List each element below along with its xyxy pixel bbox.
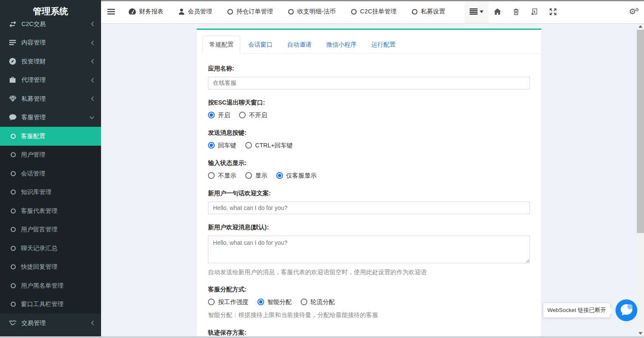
- field-label: 输入状态显示:: [208, 159, 530, 167]
- gem-icon: [8, 96, 17, 102]
- sidebar-item-quick-reply[interactable]: 快捷回复管理: [0, 258, 101, 277]
- radio-icon[interactable]: [208, 112, 215, 118]
- user-icon: [179, 8, 184, 15]
- home-button[interactable]: [488, 0, 507, 23]
- sidebar-item-agent-rep-mgmt[interactable]: 客服代表管理: [0, 202, 101, 220]
- app-name-input[interactable]: [208, 77, 530, 89]
- radio-icon[interactable]: [276, 172, 283, 179]
- trash-button[interactable]: [507, 0, 525, 23]
- circle-icon: [412, 9, 418, 15]
- cache-refresh-icon: [531, 8, 538, 15]
- dashboard-icon: [129, 8, 136, 15]
- circle-icon: [10, 246, 16, 251]
- nav-income-detail-fiat[interactable]: 收支明细-法币: [288, 8, 336, 16]
- scroll-down-icon[interactable]: [637, 330, 644, 336]
- radio-option-smart[interactable]: 智能分配: [257, 298, 292, 306]
- sidebar-item-toolbar-mgmt[interactable]: 窗口工具栏管理: [0, 295, 101, 314]
- radio-option-enable[interactable]: 开启: [208, 111, 230, 119]
- sidebar-item-user-message-mgmt[interactable]: 用户留言管理: [0, 220, 101, 239]
- config-tabs: 常规配置 会话窗口 自动邀请 微信小程序 运行配置: [203, 36, 541, 54]
- window-top-edge: [101, 0, 644, 1]
- welcome-line-input[interactable]: [208, 202, 530, 214]
- radio-icon[interactable]: [301, 299, 307, 305]
- sidebar-item-service-config[interactable]: 客服配置: [0, 127, 101, 146]
- scrollbar[interactable]: [637, 24, 644, 336]
- nav-finance-report[interactable]: 财务报表: [129, 8, 164, 16]
- field-typing-display: 输入状态显示: 不显示 显示 仅客服显示: [208, 159, 530, 180]
- nav-private-fund-settings[interactable]: 私募设置: [412, 8, 445, 16]
- tab-wechat-miniprogram[interactable]: 微信小程序: [319, 36, 364, 54]
- circle-icon: [10, 189, 16, 195]
- top-navbar: 财务报表 会员管理 持仓订单管理 收支明细-法币 C2C挂单管理: [101, 0, 644, 24]
- field-label: 发送消息按键:: [208, 129, 530, 137]
- tab-run-config[interactable]: 运行配置: [365, 36, 402, 54]
- comment-icon: [8, 114, 17, 121]
- tab-general-config[interactable]: 常规配置: [203, 36, 240, 54]
- sidebar-item-blacklist[interactable]: 用户黑名单管理: [0, 276, 101, 295]
- welcome-msg-textarea[interactable]: Hello, what can I do for you?: [208, 236, 530, 263]
- radio-option-by-workload[interactable]: 按工作强度: [208, 298, 249, 306]
- sidebar-item-label: 交易管理: [21, 319, 46, 327]
- chevron-left-icon: [91, 96, 94, 101]
- trash-icon: [513, 8, 519, 15]
- radio-option-ctrl-enter[interactable]: CTRL+回车键: [245, 141, 293, 149]
- sidebar-item-knowledge-mgmt[interactable]: 知识库管理: [0, 183, 101, 202]
- radio-option-label: 回车键: [218, 141, 236, 149]
- radio-option-label: 开启: [218, 111, 230, 119]
- content-lines-icon: [8, 40, 17, 46]
- chat-widget-button[interactable]: [615, 299, 637, 321]
- sidebar-item-label: 用户黑名单管理: [21, 282, 64, 290]
- fullscreen-button[interactable]: [544, 0, 562, 23]
- sidebar-toggle-icon[interactable]: [107, 9, 115, 15]
- tab-auto-invite[interactable]: 自动邀请: [280, 36, 318, 54]
- scrollbar-thumb[interactable]: [637, 30, 644, 233]
- sidebar-item-chat-log[interactable]: 聊天记录汇总: [0, 239, 101, 258]
- settings-gears-icon[interactable]: ⚙⚙: [629, 8, 639, 16]
- sidebar-item-service-mgmt[interactable]: 客服管理: [0, 108, 101, 127]
- sidebar-item-session-mgmt[interactable]: 会话管理: [0, 164, 101, 183]
- clear-cache-button[interactable]: [525, 0, 544, 23]
- chat-bubble-icon: [615, 299, 637, 321]
- radio-icon[interactable]: [245, 172, 252, 179]
- sidebar-item-label: 代理管理: [21, 76, 46, 84]
- sidebar-item-invest[interactable]: 投资理财: [0, 52, 101, 71]
- radio-icon[interactable]: [257, 299, 264, 305]
- scroll-up-icon[interactable]: [637, 24, 644, 29]
- nav-member-mgmt[interactable]: 会员管理: [179, 8, 212, 16]
- radio-option-label: 不开启: [249, 111, 267, 119]
- radio-option-hide[interactable]: 不显示: [208, 172, 236, 180]
- tab-session-window[interactable]: 会话窗口: [242, 36, 279, 54]
- circle-icon: [227, 9, 233, 15]
- menu-dropdown-button[interactable]: [465, 0, 488, 23]
- radio-icon[interactable]: [208, 299, 215, 305]
- radio-option-show[interactable]: 显示: [245, 172, 267, 180]
- top-nav-links: 财务报表 会员管理 持仓订单管理 收支明细-法币 C2C挂单管理: [129, 8, 445, 16]
- circle-icon: [351, 9, 357, 15]
- sidebar-item-private-fund[interactable]: 私募管理: [0, 89, 101, 108]
- radio-option-disable[interactable]: 不开启: [239, 111, 267, 119]
- radio-icon[interactable]: [239, 112, 246, 118]
- sidebar-item-c2c-trade[interactable]: C2C交易: [0, 20, 101, 34]
- radio-group-typing-display: 不显示 显示 仅客服显示: [208, 171, 530, 180]
- sidebar-item-agent-mgmt[interactable]: 代理管理: [0, 71, 101, 90]
- nav-position-orders[interactable]: 持仓订单管理: [227, 8, 273, 16]
- radio-option-enter[interactable]: 回车键: [208, 141, 236, 149]
- sidebar-item-label: 知识库管理: [21, 188, 52, 196]
- sidebar-item-label: 快捷回复管理: [21, 263, 57, 271]
- exchange-icon: [8, 21, 17, 27]
- sidebar-item-label: 窗口工具栏管理: [21, 300, 64, 308]
- radio-option-label: 智能分配: [267, 298, 292, 306]
- radio-icon[interactable]: [208, 142, 215, 149]
- radio-option-agent-only[interactable]: 仅客服显示: [276, 172, 317, 180]
- nav-c2c-orders[interactable]: C2C挂单管理: [351, 8, 397, 16]
- radio-icon[interactable]: [245, 142, 252, 149]
- sidebar-item-content-mgmt[interactable]: 内容管理: [0, 34, 101, 52]
- circle-icon: [10, 152, 16, 157]
- sidebar-item-label: 用户管理: [21, 151, 45, 159]
- radio-group-assign-mode: 按工作强度 智能分配 轮流分配: [208, 298, 530, 306]
- sidebar-item-user-mgmt[interactable]: 用户管理: [0, 146, 101, 165]
- radio-option-round-robin[interactable]: 轮流分配: [301, 298, 335, 306]
- radio-icon[interactable]: [208, 172, 215, 179]
- sidebar-item-trade-mgmt[interactable]: 交易管理: [0, 314, 101, 333]
- radio-group-esc-exit: 开启 不开启: [208, 111, 530, 119]
